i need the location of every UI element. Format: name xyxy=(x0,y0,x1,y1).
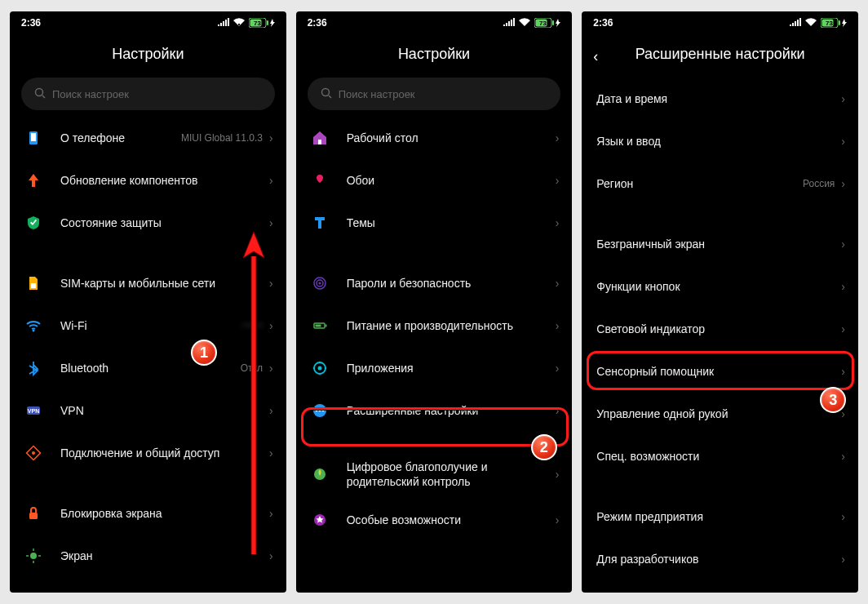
signal-icon xyxy=(790,17,801,29)
chevron-right-icon: › xyxy=(841,92,845,105)
item-accessibility[interactable]: Спец. возможности › xyxy=(582,435,858,477)
update-icon xyxy=(24,171,42,189)
item-wallpaper[interactable]: Обои › xyxy=(296,159,573,202)
chevron-right-icon: › xyxy=(269,549,273,562)
item-components-update[interactable]: Обновление компонентов › xyxy=(10,159,286,202)
chevron-right-icon: › xyxy=(269,362,273,375)
item-desktop[interactable]: Рабочий стол › xyxy=(296,117,573,159)
svg-point-48 xyxy=(321,410,324,412)
chevron-right-icon: › xyxy=(556,404,560,417)
svg-rect-3 xyxy=(267,20,268,25)
chevron-right-icon: › xyxy=(269,277,273,290)
svg-point-47 xyxy=(318,410,321,412)
item-security-status[interactable]: Состояние защиты › xyxy=(10,202,286,244)
annotation-badge-2: 2 xyxy=(531,434,557,460)
item-label: Функции кнопок xyxy=(596,279,841,294)
item-about-phone[interactable]: О телефоне MIUI Global 11.0.3 › xyxy=(10,117,286,159)
item-lock-screen[interactable]: Блокировка экрана › xyxy=(10,492,286,535)
search-input[interactable]: Поиск настроек xyxy=(21,78,275,110)
status-indicators: 73 xyxy=(218,17,275,29)
item-date-time[interactable]: Дата и время › xyxy=(582,78,858,120)
item-one-handed[interactable]: Управление одной рукой › xyxy=(582,393,858,435)
item-quick-ball[interactable]: Сенсорный помощник › xyxy=(582,350,858,393)
page-title: Настройки xyxy=(296,34,573,78)
item-label: Приложения xyxy=(347,361,556,375)
item-label: Расширенные настройки xyxy=(347,403,556,418)
item-apps[interactable]: Приложения › xyxy=(296,347,573,389)
search-input[interactable]: Поиск настроек xyxy=(308,78,561,110)
chevron-right-icon: › xyxy=(556,277,560,290)
item-fullscreen-display[interactable]: Безграничный экран › xyxy=(582,223,858,265)
item-value-blurred: •••••• xyxy=(242,320,263,331)
special-icon xyxy=(311,511,329,529)
chevron-right-icon: › xyxy=(269,507,273,520)
svg-text:73: 73 xyxy=(254,20,261,27)
item-battery-perf[interactable]: Питание и производительность › xyxy=(296,304,573,347)
settings-list: Рабочий стол › Обои › Темы › Пароли и бе… xyxy=(296,117,573,549)
annotation-badge-1: 1 xyxy=(191,340,217,366)
chevron-right-icon: › xyxy=(841,510,845,523)
item-button-functions[interactable]: Функции кнопок › xyxy=(582,265,858,308)
svg-line-29 xyxy=(329,95,331,98)
chevron-right-icon: › xyxy=(556,362,560,375)
phone-screen-2: 2:36 73 Настройки Поиск настроек Рабочий… xyxy=(296,11,573,593)
item-vpn[interactable]: VPN VPN › xyxy=(10,389,286,432)
item-label: Пароли и безопасность xyxy=(347,276,556,291)
svg-point-43 xyxy=(312,367,315,370)
search-icon xyxy=(34,87,46,101)
wellbeing-icon xyxy=(311,465,329,483)
item-label: Дата и время xyxy=(596,91,841,106)
wifi-icon xyxy=(24,317,42,335)
item-label: Bluetooth xyxy=(60,361,241,375)
fingerprint-icon xyxy=(311,274,329,292)
svg-point-41 xyxy=(318,362,321,364)
item-display[interactable]: Экран › xyxy=(10,535,286,577)
search-placeholder: Поиск настроек xyxy=(52,88,129,100)
sim-icon xyxy=(24,274,42,292)
page-title-text: Расширенные настройки xyxy=(636,46,805,62)
status-bar: 2:36 73 xyxy=(10,11,286,34)
item-label: Управление одной рукой xyxy=(596,406,841,421)
svg-text:VPN: VPN xyxy=(28,408,39,414)
share-icon xyxy=(24,444,42,462)
svg-rect-30 xyxy=(318,140,321,144)
item-themes[interactable]: Темы › xyxy=(296,202,573,244)
item-connection-share[interactable]: Подключение и общий доступ › xyxy=(10,432,286,474)
item-bluetooth[interactable]: Bluetooth Откл › xyxy=(10,347,286,389)
status-bar: 2:36 73 xyxy=(582,11,858,34)
item-label: Цифровое благополучие и родительский кон… xyxy=(347,460,556,489)
item-developer[interactable]: Для разработчиков › xyxy=(582,538,858,580)
page-title: ‹ Расширенные настройки xyxy=(582,34,858,78)
item-special-features[interactable]: Особые возможности › xyxy=(296,499,573,541)
item-advanced-settings[interactable]: Расширенные настройки › xyxy=(296,389,573,432)
chevron-right-icon: › xyxy=(556,174,560,187)
item-label: Состояние защиты xyxy=(60,215,269,230)
chevron-right-icon: › xyxy=(556,513,560,526)
item-digital-wellbeing[interactable]: Цифровое благополучие и родительский кон… xyxy=(296,450,573,499)
item-lang-input[interactable]: Язык и ввод › xyxy=(582,120,858,162)
svg-rect-8 xyxy=(31,133,36,141)
svg-text:73: 73 xyxy=(539,20,547,27)
item-enterprise[interactable]: Режим предприятия › xyxy=(582,495,858,538)
item-region[interactable]: Регион Россия › xyxy=(582,162,858,205)
back-button[interactable]: ‹ xyxy=(593,47,598,64)
wifi-icon xyxy=(805,17,817,29)
item-label: Блокировка экрана xyxy=(60,506,269,521)
svg-rect-9 xyxy=(31,283,36,288)
item-label: Язык и ввод xyxy=(596,134,841,149)
signal-icon xyxy=(503,17,515,29)
item-wifi[interactable]: Wi-Fi •••••• › xyxy=(10,304,286,347)
more-icon xyxy=(311,402,329,420)
chevron-right-icon: › xyxy=(841,238,845,251)
item-passwords-security[interactable]: Пароли и безопасность › xyxy=(296,262,573,304)
svg-text:73: 73 xyxy=(826,20,833,27)
svg-point-44 xyxy=(324,367,326,370)
chevron-right-icon: › xyxy=(556,131,560,144)
svg-line-6 xyxy=(42,95,45,98)
status-time: 2:36 xyxy=(593,17,613,29)
item-led[interactable]: Световой индикатор › xyxy=(582,308,858,350)
item-sim-networks[interactable]: SIM-карты и мобильные сети › xyxy=(10,262,286,304)
svg-rect-38 xyxy=(326,325,327,327)
chevron-right-icon: › xyxy=(841,365,845,378)
svg-point-16 xyxy=(30,553,37,559)
